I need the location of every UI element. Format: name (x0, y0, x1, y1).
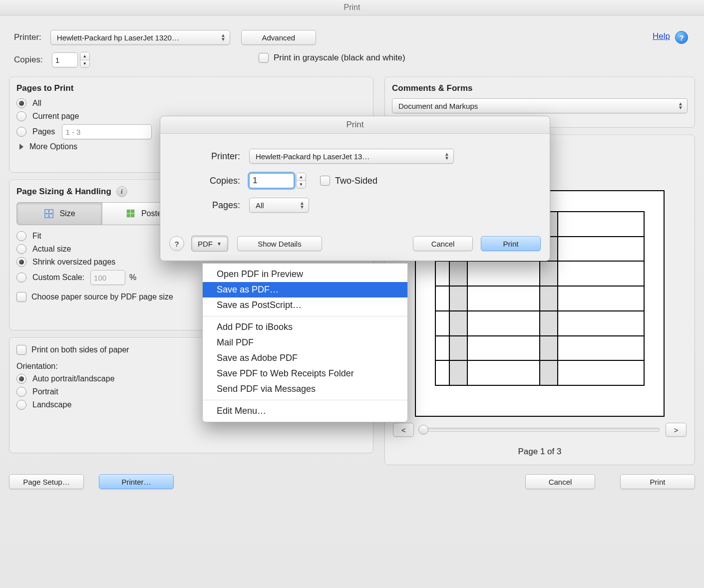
comments-forms-value: Document and Markups (398, 102, 478, 110)
orient-landscape-label: Landscape (32, 400, 71, 409)
cancel-button[interactable]: Cancel (525, 474, 595, 489)
show-details-button[interactable]: Show Details (237, 236, 322, 251)
sheet-printer-select[interactable]: Hewlett-Packard hp LaserJet 13… ▲▼ (249, 149, 454, 164)
poster-icon (125, 208, 136, 219)
paper-source-label: Choose paper source by PDF page size (31, 293, 173, 301)
pages-all-label: All (32, 99, 41, 108)
shrink-radio[interactable] (16, 257, 26, 267)
two-sided-label: Two-Sided (335, 176, 377, 186)
paper-source-checkbox[interactable] (16, 292, 26, 302)
sheet-title: Print (160, 116, 550, 134)
orient-portrait-radio[interactable] (16, 387, 26, 397)
print-button[interactable]: Print (620, 474, 695, 489)
copies-stepper[interactable]: ▲▼ (80, 52, 90, 68)
page-sizing-title: Page Sizing & Handling (16, 187, 111, 197)
pdf-menu-button[interactable]: PDF ▼ (191, 236, 228, 252)
sheet-copies-input[interactable] (249, 173, 294, 188)
sheet-printer-label: Printer: (185, 151, 240, 162)
print-dialog-window: Print Printer: Hewlett-Packard hp LaserJ… (0, 0, 704, 588)
menu-item[interactable]: Save as PostScript… (203, 297, 407, 313)
fit-label: Fit (32, 232, 41, 241)
menu-item[interactable]: Open PDF in Preview (203, 267, 407, 282)
chevron-updown-icon: ▲▼ (444, 152, 449, 160)
svg-rect-3 (127, 214, 130, 217)
pages-current-radio[interactable] (16, 111, 26, 121)
window-title: Print (0, 0, 704, 15)
comments-forms-title: Comments & Forms (392, 83, 695, 93)
menu-item[interactable]: Mail PDF (203, 335, 407, 350)
percent-label: % (129, 273, 136, 282)
svg-rect-2 (131, 210, 134, 213)
pdf-menu-label: PDF (198, 240, 213, 248)
orient-auto-label: Auto portrait/landscape (32, 374, 115, 383)
more-options-label[interactable]: More Options (29, 142, 77, 151)
grayscale-checkbox[interactable] (259, 53, 269, 63)
custom-scale-label: Custom Scale: (32, 273, 84, 282)
pdf-dropdown-menu[interactable]: Open PDF in PreviewSave as PDF…Save as P… (202, 263, 408, 422)
preview-next-button[interactable]: > (666, 423, 687, 437)
preview-slider[interactable] (420, 428, 660, 432)
shrink-label: Shrink oversized pages (32, 258, 115, 267)
printer-label: Printer: (14, 32, 41, 42)
size-tab[interactable]: Size (16, 202, 102, 225)
page-indicator: Page 1 of 3 (385, 447, 695, 457)
svg-rect-1 (127, 210, 130, 213)
chevron-down-icon: ▼ (217, 241, 222, 247)
slider-knob[interactable] (418, 425, 428, 435)
pages-current-label: Current page (32, 112, 79, 121)
sheet-printer-value: Hewlett-Packard hp LaserJet 13… (256, 152, 369, 161)
menu-item[interactable]: Save PDF to Web Receipts Folder (203, 366, 407, 381)
stepper-down-icon[interactable]: ▼ (297, 181, 306, 189)
sheet-cancel-button[interactable]: Cancel (413, 236, 473, 251)
stepper-down-icon[interactable]: ▼ (80, 60, 89, 68)
preview-prev-button[interactable]: < (393, 423, 414, 437)
menu-item[interactable]: Edit Menu… (203, 403, 407, 419)
two-sided-checkbox[interactable] (320, 176, 330, 186)
sheet-copies-stepper[interactable]: ▲▼ (296, 173, 306, 189)
pages-range-radio[interactable] (16, 127, 26, 137)
menu-item[interactable]: Add PDF to iBooks (203, 319, 407, 335)
chevron-updown-icon: ▲▼ (678, 102, 683, 110)
svg-rect-4 (131, 214, 134, 217)
orient-portrait-label: Portrait (32, 387, 58, 396)
chevron-updown-icon: ▲▼ (221, 33, 226, 41)
size-tab-label: Size (59, 209, 75, 218)
sheet-print-button[interactable]: Print (481, 236, 541, 251)
pages-all-radio[interactable] (16, 98, 26, 108)
fit-radio[interactable] (16, 231, 26, 241)
info-icon[interactable]: i (116, 186, 127, 197)
actual-size-label: Actual size (32, 245, 71, 254)
pages-range-input[interactable] (62, 124, 152, 139)
comments-forms-select[interactable]: Document and Markups ▲▼ (392, 98, 688, 113)
size-icon (43, 208, 54, 219)
printer-select[interactable]: Hewlett-Packard hp LaserJet 1320… ▲▼ (50, 30, 230, 45)
copies-input[interactable] (52, 52, 78, 67)
pages-to-print-title: Pages to Print (16, 83, 373, 93)
custom-scale-radio[interactable] (16, 273, 26, 283)
chevron-updown-icon: ▲▼ (300, 201, 305, 209)
system-print-sheet: Print Printer: Hewlett-Packard hp LaserJ… (160, 116, 550, 261)
printer-select-value: Hewlett-Packard hp LaserJet 1320… (57, 33, 179, 42)
orient-auto-radio[interactable] (16, 374, 26, 384)
menu-item[interactable]: Send PDF via Messages (203, 381, 407, 397)
custom-scale-input[interactable] (90, 270, 125, 285)
sheet-pages-select[interactable]: All ▲▼ (249, 198, 309, 213)
both-sides-checkbox[interactable] (16, 345, 26, 355)
help-link[interactable]: Help (653, 31, 670, 41)
actual-size-radio[interactable] (16, 244, 26, 254)
both-sides-label: Print on both sides of paper (31, 345, 129, 354)
menu-item[interactable]: Save as Adobe PDF (203, 350, 407, 366)
printer-button[interactable]: Printer… (99, 474, 174, 489)
stepper-up-icon[interactable]: ▲ (80, 52, 89, 60)
sheet-pages-label: Pages: (185, 200, 240, 211)
help-icon[interactable]: ? (169, 236, 184, 251)
menu-item[interactable]: Save as PDF… (203, 282, 407, 297)
stepper-up-icon[interactable]: ▲ (297, 173, 306, 181)
advanced-button[interactable]: Advanced (241, 30, 316, 45)
page-setup-button[interactable]: Page Setup… (9, 474, 84, 489)
disclosure-triangle-icon[interactable] (19, 144, 23, 150)
pages-range-label: Pages (32, 127, 55, 136)
help-icon[interactable]: ? (675, 31, 688, 44)
orient-landscape-radio[interactable] (16, 400, 26, 410)
sheet-pages-value: All (256, 201, 264, 210)
